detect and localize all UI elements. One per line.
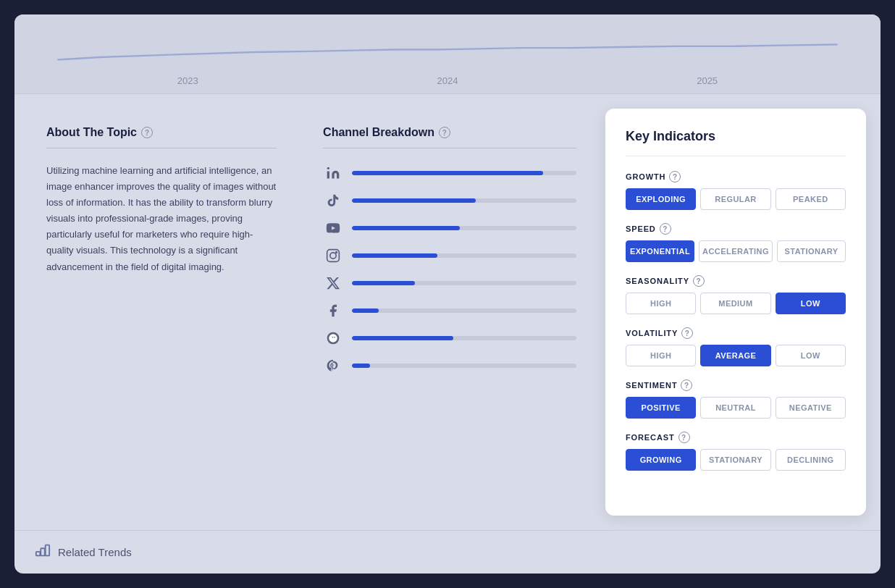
ki-section-seasonality: SEASONALITY?HIGHMEDIUMLOW xyxy=(626,275,846,314)
svg-rect-6 xyxy=(41,548,45,555)
instagram-bar xyxy=(352,253,437,258)
instagram-bar-container xyxy=(352,253,576,258)
facebook-bar-container xyxy=(352,308,576,313)
ki-btn-exponential[interactable]: EXPONENTIAL xyxy=(626,240,694,262)
reddit-bar-container xyxy=(352,336,576,340)
pinterest-bar-container xyxy=(352,364,576,368)
pinterest-bar xyxy=(352,364,370,368)
facebook-icon xyxy=(323,301,343,321)
linkedin-icon xyxy=(323,163,343,183)
svg-point-3 xyxy=(336,252,337,253)
ki-help-forecast[interactable]: ? xyxy=(678,432,690,443)
channel-divider xyxy=(323,148,576,148)
ki-buttons-speed: EXPONENTIALACCELERATINGSTATIONARY xyxy=(626,240,846,262)
reddit-bar xyxy=(352,336,453,340)
channel-list xyxy=(323,163,576,376)
ki-help-volatility[interactable]: ? xyxy=(681,327,693,339)
channel-reddit xyxy=(323,328,576,348)
youtube-bar-container xyxy=(352,226,576,230)
ki-buttons-forecast: GROWINGSTATIONARYDECLINING xyxy=(626,449,846,471)
svg-rect-1 xyxy=(327,250,340,262)
ki-help-growth[interactable]: ? xyxy=(669,171,681,182)
channel-help-icon[interactable]: ? xyxy=(439,127,450,138)
about-topic-panel: About The Topic ? Utilizing machine lear… xyxy=(29,109,294,516)
ki-label-seasonality: SEASONALITY? xyxy=(626,275,846,287)
main-content: About The Topic ? Utilizing machine lear… xyxy=(14,94,881,530)
ki-btn-stationary[interactable]: STATIONARY xyxy=(777,240,846,262)
pinterest-icon xyxy=(323,356,343,376)
ki-btn-growing[interactable]: GROWING xyxy=(626,449,696,471)
channel-x xyxy=(323,273,576,293)
ki-section-growth: GROWTH?EXPLODINGREGULARPEAKED xyxy=(626,171,846,210)
related-trends-icon xyxy=(35,542,51,562)
ki-divider xyxy=(626,156,846,156)
key-indicators-panel: Key Indicators GROWTH?EXPLODINGREGULARPE… xyxy=(605,109,866,516)
ki-label-speed: SPEED? xyxy=(626,223,846,235)
top-chart-area: 2023 2024 2025 xyxy=(14,14,881,94)
x-bar xyxy=(352,281,415,285)
ki-btn-stationary[interactable]: STATIONARY xyxy=(700,449,770,471)
ki-section-sentiment: SENTIMENT?POSITIVENEUTRALNEGATIVE xyxy=(626,379,846,419)
ki-buttons-volatility: HIGHAVERAGELOW xyxy=(626,345,846,366)
tiktok-bar-container xyxy=(352,198,576,203)
about-text: Utilizing machine learning and artificia… xyxy=(46,163,277,275)
ki-btn-negative[interactable]: NEGATIVE xyxy=(776,397,846,419)
channel-youtube xyxy=(323,218,576,238)
channel-linkedin xyxy=(323,163,576,183)
svg-point-0 xyxy=(327,167,329,169)
ki-btn-neutral[interactable]: NEUTRAL xyxy=(700,397,770,419)
key-indicators-title: Key Indicators xyxy=(626,129,846,144)
facebook-bar xyxy=(352,308,379,313)
ki-label-growth: GROWTH? xyxy=(626,171,846,182)
ki-section-speed: SPEED?EXPONENTIALACCELERATINGSTATIONARY xyxy=(626,223,846,262)
ki-section-volatility: VOLATILITY?HIGHAVERAGELOW xyxy=(626,327,846,366)
ki-btn-low[interactable]: LOW xyxy=(776,293,846,314)
app-frame: 2023 2024 2025 About The Topic ? Utilizi… xyxy=(14,14,881,574)
ki-btn-high[interactable]: HIGH xyxy=(626,345,696,366)
trend-chart xyxy=(43,22,852,72)
channel-breakdown-title: Channel Breakdown ? xyxy=(323,126,576,139)
about-divider xyxy=(46,148,277,148)
ki-sections-container: GROWTH?EXPLODINGREGULARPEAKEDSPEED?EXPON… xyxy=(626,171,846,471)
tiktok-icon xyxy=(323,190,343,211)
about-help-icon[interactable]: ? xyxy=(141,127,153,138)
ki-label-forecast: FORECAST? xyxy=(626,432,846,443)
channel-instagram xyxy=(323,245,576,266)
channel-pinterest xyxy=(323,356,576,376)
about-topic-title: About The Topic ? xyxy=(46,126,277,139)
x-icon xyxy=(323,273,343,293)
year-2024: 2024 xyxy=(437,75,458,86)
ki-help-sentiment[interactable]: ? xyxy=(681,379,692,391)
reddit-icon xyxy=(323,328,343,348)
svg-point-2 xyxy=(330,253,336,259)
bottom-bar: Related Trends xyxy=(14,530,881,574)
ki-buttons-growth: EXPLODINGREGULARPEAKED xyxy=(626,188,846,210)
channel-tiktok xyxy=(323,190,576,211)
ki-btn-average[interactable]: AVERAGE xyxy=(700,345,770,366)
ki-btn-high[interactable]: HIGH xyxy=(626,293,696,314)
youtube-bar xyxy=(352,226,460,230)
ki-btn-low[interactable]: LOW xyxy=(776,345,846,366)
ki-btn-regular[interactable]: REGULAR xyxy=(700,188,770,210)
channel-breakdown-panel: Channel Breakdown ? xyxy=(306,109,594,516)
ki-btn-positive[interactable]: POSITIVE xyxy=(626,397,696,419)
ki-help-speed[interactable]: ? xyxy=(660,223,671,235)
ki-btn-accelerating[interactable]: ACCELERATING xyxy=(699,240,773,262)
year-2023: 2023 xyxy=(177,75,198,86)
ki-label-sentiment: SENTIMENT? xyxy=(626,379,846,391)
svg-rect-7 xyxy=(46,545,49,556)
ki-label-volatility: VOLATILITY? xyxy=(626,327,846,339)
ki-btn-exploding[interactable]: EXPLODING xyxy=(626,188,696,210)
instagram-icon xyxy=(323,245,343,266)
ki-section-forecast: FORECAST?GROWINGSTATIONARYDECLINING xyxy=(626,432,846,471)
ki-buttons-sentiment: POSITIVENEUTRALNEGATIVE xyxy=(626,397,846,419)
related-trends-label[interactable]: Related Trends xyxy=(58,546,132,558)
ki-help-seasonality[interactable]: ? xyxy=(693,275,705,287)
year-2025: 2025 xyxy=(697,75,718,86)
ki-btn-peaked[interactable]: PEAKED xyxy=(776,188,846,210)
chart-year-labels: 2023 2024 2025 xyxy=(43,75,852,86)
svg-rect-5 xyxy=(36,552,41,556)
linkedin-bar xyxy=(352,171,542,175)
ki-btn-medium[interactable]: MEDIUM xyxy=(700,293,770,314)
ki-btn-declining[interactable]: DECLINING xyxy=(776,449,846,471)
